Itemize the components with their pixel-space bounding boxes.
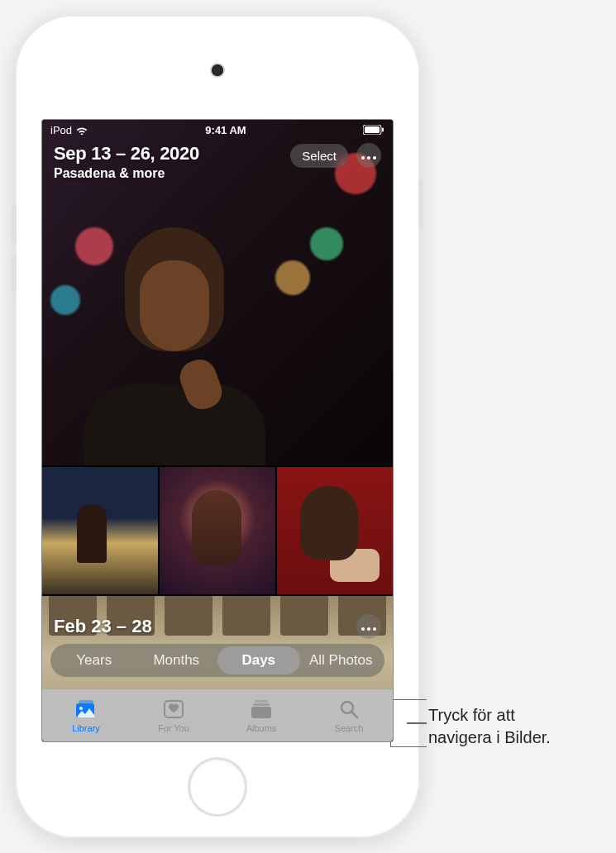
more-button[interactable]: [356, 143, 381, 168]
home-button[interactable]: [188, 757, 247, 817]
front-camera: [212, 64, 223, 76]
tab-library[interactable]: Library: [42, 689, 130, 741]
view-days[interactable]: Days: [217, 646, 300, 674]
section-date-range: Feb 23 – 28: [54, 616, 152, 637]
tab-bar: Library For You Albums: [42, 689, 393, 741]
svg-point-7: [367, 627, 370, 631]
device-bottom-bezel: [21, 742, 413, 832]
carrier-label: iPod: [50, 124, 72, 136]
device-bezel: iPod 9:41 AM: [21, 21, 413, 832]
more-button[interactable]: [356, 614, 381, 639]
volume-down-button[interactable]: [12, 255, 17, 293]
svg-point-11: [79, 707, 83, 710]
photos-stack-icon: [74, 698, 98, 722]
photo-thumbnail[interactable]: [42, 467, 158, 594]
svg-rect-15: [251, 707, 271, 718]
status-time: 9:41 AM: [205, 124, 246, 136]
albums-icon: [250, 698, 273, 722]
tab-label: Library: [72, 723, 100, 733]
hero-date-range: Sep 13 – 26, 2020: [54, 143, 199, 164]
hero-photo-subject: [100, 219, 265, 465]
tab-label: Search: [335, 723, 364, 733]
day-card-hero[interactable]: Sep 13 – 26, 2020 Pasadena & more Select: [42, 120, 393, 465]
hero-location: Pasadena & more: [54, 166, 199, 181]
svg-point-6: [361, 627, 365, 631]
view-all-photos[interactable]: All Photos: [300, 646, 383, 674]
svg-point-5: [373, 156, 376, 160]
svg-rect-14: [253, 703, 270, 706]
photo-thumbnail[interactable]: [277, 467, 393, 594]
thumbnail-row: [42, 467, 393, 594]
svg-point-3: [361, 156, 365, 160]
view-switcher: Years Months Days All Photos: [50, 644, 384, 677]
svg-rect-2: [382, 128, 384, 132]
svg-point-8: [373, 627, 376, 631]
photo-thumbnail[interactable]: [160, 467, 275, 594]
wifi-icon: [75, 125, 88, 135]
svg-line-17: [351, 712, 357, 717]
power-button[interactable]: [418, 180, 423, 226]
select-button[interactable]: Select: [290, 144, 348, 168]
callout-connector: [407, 722, 427, 724]
ellipsis-icon: [361, 148, 376, 163]
photos-library-content[interactable]: Sep 13 – 26, 2020 Pasadena & more Select: [42, 120, 393, 689]
search-icon: [337, 698, 361, 722]
for-you-icon: [162, 698, 185, 722]
tab-search[interactable]: Search: [305, 689, 393, 741]
ipod-device-frame: iPod 9:41 AM: [15, 15, 420, 838]
tab-label: Albums: [246, 723, 277, 733]
status-bar: iPod 9:41 AM: [42, 120, 393, 140]
view-months[interactable]: Months: [136, 646, 218, 674]
view-years[interactable]: Years: [53, 646, 136, 674]
tab-label: For You: [158, 723, 189, 733]
tab-albums[interactable]: Albums: [217, 689, 305, 741]
day-card-secondary[interactable]: Feb 23 – 28 Years Months Days All Photos: [42, 596, 393, 689]
volume-up-button[interactable]: [12, 205, 17, 243]
tab-for-you[interactable]: For You: [130, 689, 217, 741]
svg-rect-1: [365, 126, 380, 133]
svg-rect-13: [255, 700, 268, 703]
device-top-bezel: [21, 21, 413, 119]
ellipsis-icon: [361, 619, 376, 634]
battery-icon: [363, 125, 384, 135]
svg-point-4: [367, 156, 370, 160]
callout-line-2: navigera i Bilder.: [428, 728, 551, 746]
callout-text: Tryck för att navigera i Bilder.: [428, 704, 551, 749]
device-screen: iPod 9:41 AM: [41, 119, 394, 742]
callout-line-1: Tryck för att: [428, 706, 515, 724]
